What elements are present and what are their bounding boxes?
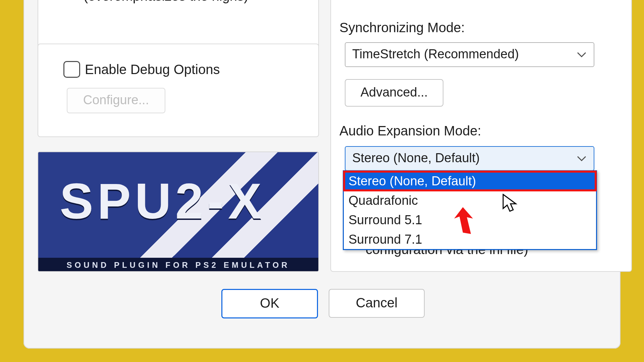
ok-button[interactable]: OK	[221, 289, 318, 318]
chevron-down-icon	[577, 156, 586, 162]
enable-debug-checkbox[interactable]: Enable Debug Options	[63, 61, 220, 78]
audio-expansion-mode-dropdown[interactable]: Stereo (None, Default)	[345, 146, 594, 171]
spu2x-logo: SPU2-X SOUND PLUGIN FOR PS2 EMULATOR	[38, 152, 319, 272]
checkbox-icon	[63, 61, 80, 78]
cancel-button[interactable]: Cancel	[329, 289, 425, 318]
svg-marker-1	[503, 194, 516, 211]
synchronizing-mode-label: Synchronizing Mode:	[339, 20, 465, 35]
overemphasize-note: (overemphasizes the highs)	[84, 0, 248, 4]
audio-expansion-mode-label: Audio Expansion Mode:	[339, 123, 481, 138]
logo-tagline: SOUND PLUGIN FOR PS2 EMULATOR	[38, 260, 318, 270]
debug-options-panel: Enable Debug Options Configure...	[38, 44, 319, 137]
chevron-down-icon	[577, 52, 586, 58]
screenshot-root: (overemphasizes the highs) Enable Debug …	[0, 0, 644, 362]
enable-debug-label: Enable Debug Options	[85, 62, 220, 77]
configure-button: Configure...	[67, 88, 165, 113]
synchronizing-mode-dropdown[interactable]: TimeStretch (Recommended)	[345, 42, 594, 67]
advanced-button[interactable]: Advanced...	[345, 79, 443, 107]
dialog-window: (overemphasizes the highs) Enable Debug …	[23, 0, 621, 349]
option-stereo-default[interactable]: Stereo (None, Default)	[344, 171, 596, 191]
logo-title: SPU2-X	[60, 172, 266, 230]
svg-marker-0	[454, 207, 473, 234]
sync-mode-value: TimeStretch (Recommended)	[352, 47, 519, 61]
annotation-arrow-icon	[453, 207, 476, 239]
cursor-icon	[502, 194, 519, 215]
audio-expansion-value: Stereo (None, Default)	[352, 151, 480, 165]
